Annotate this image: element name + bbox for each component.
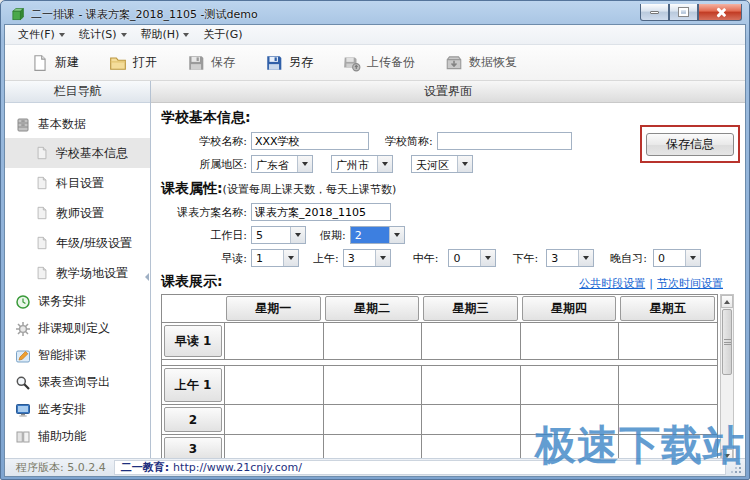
sidebar-item-query-export[interactable]: 课表查询导出	[5, 369, 150, 396]
close-button[interactable]	[698, 4, 742, 21]
day-header-monday[interactable]: 星期一	[226, 296, 321, 321]
chevron-down-icon	[59, 33, 65, 37]
row-label-morning-2[interactable]: 2	[164, 407, 222, 432]
new-button-label: 新建	[55, 54, 79, 71]
window-title: 二一排课 - 课表方案_2018_1105 -测试demo	[31, 7, 258, 22]
table-row: 上午 1	[162, 366, 717, 404]
day-header-wednesday[interactable]: 星期三	[423, 296, 518, 321]
day-header-friday[interactable]: 星期五	[620, 296, 715, 321]
app-logo-icon	[11, 7, 26, 22]
minimize-button[interactable]	[640, 4, 669, 21]
save-as-button[interactable]: 另存	[265, 54, 313, 72]
brand-url-link[interactable]: http://www.21cnjy.com/	[173, 461, 302, 474]
vertical-scrollbar[interactable]	[720, 294, 734, 458]
timetable-cell	[421, 323, 520, 359]
document-icon	[35, 206, 49, 220]
day-header-cell: 星期二	[323, 295, 422, 322]
morning-reading-select[interactable]: 1	[251, 249, 299, 267]
menu-help[interactable]: 帮助(H)	[134, 25, 197, 44]
menu-stats[interactable]: 统计(S)	[72, 25, 134, 44]
sidebar-item-grades-classes[interactable]: 年级/班级设置	[5, 228, 150, 258]
province-select[interactable]: 广东省	[251, 155, 313, 173]
sidebar-item-smart-scheduling[interactable]: 智能排课	[5, 342, 150, 369]
save-button[interactable]: 保存	[187, 54, 235, 72]
sidebar-item-school-info[interactable]: 学校基本信息	[5, 138, 150, 168]
maximize-button[interactable]	[669, 4, 698, 21]
upload-backup-icon	[343, 54, 361, 72]
document-icon	[35, 146, 49, 160]
pm-label: 下午:	[512, 251, 538, 266]
noon-value: 0	[449, 250, 480, 266]
menu-stats-label: 统计(S)	[79, 27, 117, 42]
sidebar-item-scheduling-rules[interactable]: 排课规则定义	[5, 315, 150, 342]
brand-field: 二一教育: http://www.21cnjy.com/	[114, 460, 726, 475]
sidebar-item-basic-data[interactable]: 基本数据	[5, 111, 150, 138]
sidebar-item-invigilation[interactable]: 监考安排	[5, 396, 150, 423]
timetable-cell	[520, 366, 619, 404]
day-header-tuesday[interactable]: 星期二	[325, 296, 420, 321]
open-button-label: 打开	[133, 54, 157, 71]
row-label-morning-3[interactable]: 3	[164, 437, 222, 458]
new-button[interactable]: 新建	[31, 54, 79, 72]
plan-name-input[interactable]	[251, 203, 391, 221]
city-select[interactable]: 广州市	[331, 155, 393, 173]
data-restore-button[interactable]: 数据恢复	[445, 54, 517, 72]
sidebar-item-teachers[interactable]: 教师设置	[5, 198, 150, 228]
day-header-cell: 星期四	[520, 295, 619, 322]
save-info-button[interactable]: 保存信息	[646, 133, 734, 156]
save-button-label: 保存	[211, 54, 235, 71]
row-label-morning-reading-1[interactable]: 早读 1	[164, 325, 222, 357]
sidebar-item-label: 监考安排	[38, 401, 86, 418]
pm-select[interactable]: 3	[546, 249, 594, 267]
sidebar-collapse-icon[interactable]	[143, 266, 150, 288]
scroll-up-icon[interactable]	[721, 295, 733, 308]
noon-label: 中午:	[413, 251, 439, 266]
workday-select[interactable]: 5	[251, 226, 306, 244]
title-bar: 二一排课 - 课表方案_2018_1105 -测试demo	[4, 1, 746, 24]
evening-select[interactable]: 0	[653, 249, 701, 267]
sidebar-item-label: 学校基本信息	[56, 145, 128, 162]
row-label-morning-1[interactable]: 上午 1	[164, 368, 222, 402]
school-abbr-input[interactable]	[437, 132, 572, 150]
noon-select[interactable]: 0	[448, 249, 496, 267]
day-header-cell: 星期三	[421, 295, 520, 322]
menu-help-label: 帮助(H)	[141, 27, 180, 42]
section-separator	[162, 359, 717, 366]
sidebar-item-course-arrangement[interactable]: 课务安排	[5, 288, 150, 315]
timetable-cell	[520, 323, 619, 359]
timetable-cell	[421, 435, 520, 458]
sidebar-item-subjects[interactable]: 科目设置	[5, 168, 150, 198]
public-timeslot-settings-link[interactable]: 公共时段设置	[579, 277, 645, 290]
timetable-cell	[618, 323, 717, 359]
school-name-input[interactable]	[251, 132, 369, 150]
resize-grip[interactable]	[730, 462, 742, 474]
upload-backup-button[interactable]: 上传备份	[343, 54, 415, 72]
document-icon	[35, 236, 49, 250]
timetable-attrs-section-title: 课表属性:(设置每周上课天数，每天上课节数)	[161, 180, 741, 198]
timetable-display-section-title: 课表展示:	[161, 273, 223, 291]
sidebar-item-label: 教学场地设置	[56, 265, 128, 282]
table-row: 2	[162, 404, 717, 434]
sidebar-item-aux-functions[interactable]: 辅助功能	[5, 423, 150, 450]
period-time-settings-link[interactable]: 节次时间设置	[657, 277, 723, 290]
open-button[interactable]: 打开	[109, 54, 157, 72]
search-icon	[15, 375, 31, 391]
sidebar-item-venues[interactable]: 教学场地设置	[5, 258, 150, 288]
timetable-cell	[224, 405, 323, 434]
menu-about[interactable]: 关于(G)	[196, 25, 249, 44]
timetable-cell	[618, 366, 717, 404]
holiday-select[interactable]: 2	[350, 226, 405, 244]
day-header-cell: 星期五	[618, 295, 717, 322]
district-select[interactable]: 天河区	[411, 155, 473, 173]
chevron-down-icon	[183, 33, 189, 37]
menu-file[interactable]: 文件(F)	[11, 25, 72, 44]
chevron-down-icon	[377, 156, 392, 172]
scrollbar-thumb[interactable]	[722, 309, 732, 375]
am-select[interactable]: 3	[343, 249, 391, 267]
day-header-thursday[interactable]: 星期四	[522, 296, 617, 321]
scroll-down-icon[interactable]	[721, 449, 733, 458]
holiday-label: 假期:	[320, 228, 346, 243]
am-label: 上午:	[313, 251, 339, 266]
timetable-cell	[224, 323, 323, 359]
sidebar-header: 栏目导航	[5, 81, 150, 103]
